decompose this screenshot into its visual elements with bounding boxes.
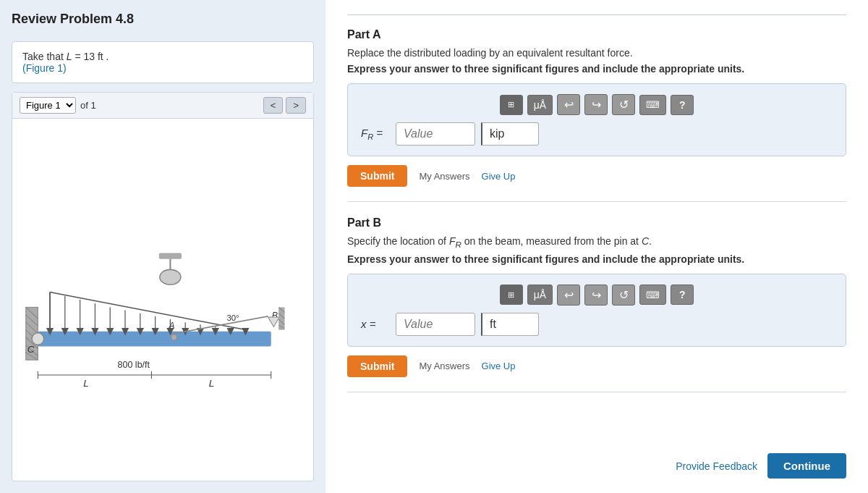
part-a-description: Replace the distributed loading by an eq…	[347, 47, 846, 59]
svg-text:C: C	[27, 344, 35, 355]
undo-button-a[interactable]: ↩	[557, 94, 580, 115]
refresh-button-a[interactable]: ↺	[612, 94, 635, 115]
part-b-eq-label: x =	[361, 318, 390, 330]
figure-of-label: of 1	[80, 100, 96, 111]
keyboard-button-b[interactable]: ⌨	[639, 285, 666, 305]
part-a-toolbar: ⊞ μÅ ↩ ↪ ↺ ⌨ ?	[361, 94, 833, 115]
figure-nav: Figure 1 of 1 < >	[12, 93, 313, 119]
part-a-answer-box: ⊞ μÅ ↩ ↪ ↺ ⌨ ? FR =	[347, 83, 846, 156]
svg-rect-0	[12, 194, 313, 405]
svg-text:A: A	[168, 321, 174, 331]
given-box: Take that L = 13 ft . (Figure 1)	[12, 41, 314, 83]
part-a-instruction: Express your answer to three significant…	[347, 63, 846, 75]
part-b-instruction: Express your answer to three significant…	[347, 253, 846, 265]
mu-button-a[interactable]: μÅ	[527, 95, 553, 115]
part-b-give-up[interactable]: Give Up	[482, 361, 516, 371]
figure-canvas: C	[12, 119, 313, 481]
bottom-bar: Provide Feedback Continue	[347, 439, 846, 479]
part-a-give-up[interactable]: Give Up	[482, 171, 516, 182]
redo-button-a[interactable]: ↪	[584, 94, 608, 115]
part-b-submit-row: Submit My Answers Give Up	[347, 355, 846, 377]
figure-link[interactable]: (Figure 1)	[22, 62, 67, 74]
svg-rect-48	[159, 253, 182, 259]
help-button-a[interactable]: ?	[671, 95, 694, 115]
part-b-value-input[interactable]	[396, 313, 475, 336]
svg-point-43	[171, 334, 176, 340]
part-b-heading: Part B	[347, 216, 846, 229]
feedback-link[interactable]: Provide Feedback	[676, 460, 757, 472]
part-a-eq-label: FR =	[361, 127, 390, 141]
part-b-submit-button[interactable]: Submit	[347, 355, 407, 377]
given-text: Take that L = 13 ft .	[22, 51, 109, 62]
part-b-input-row: x =	[361, 313, 833, 336]
diagram-svg: C	[12, 119, 313, 481]
part-b-description: Specify the location of FR on the beam, …	[347, 235, 846, 249]
grid-icon-button-a[interactable]: ⊞	[500, 95, 523, 115]
part-a-my-answers: My Answers	[419, 171, 469, 182]
nav-buttons: < >	[263, 97, 306, 114]
right-panel: Part A Replace the distributed loading b…	[326, 0, 868, 493]
part-b-unit-input[interactable]	[481, 313, 539, 336]
svg-text:800 lb/ft: 800 lb/ft	[118, 360, 150, 370]
mu-button-b[interactable]: μÅ	[527, 285, 553, 305]
figure-select-group: Figure 1 of 1	[20, 97, 96, 114]
continue-button[interactable]: Continue	[767, 453, 846, 479]
part-b-toolbar: ⊞ μÅ ↩ ↪ ↺ ⌨ ?	[361, 285, 833, 306]
problem-title: Review Problem 4.8	[12, 12, 314, 27]
part-a-input-row: FR =	[361, 122, 833, 146]
nav-prev-button[interactable]: <	[263, 97, 284, 114]
svg-text:30°: 30°	[226, 313, 239, 322]
part-a-section: Part A Replace the distributed loading b…	[347, 28, 846, 202]
undo-button-b[interactable]: ↩	[557, 285, 580, 306]
part-b-my-answers: My Answers	[419, 361, 469, 371]
left-panel: Review Problem 4.8 Take that L = 13 ft .…	[0, 0, 326, 493]
figure-container: Figure 1 of 1 < >	[12, 92, 314, 481]
figure-select[interactable]: Figure 1	[20, 97, 76, 114]
refresh-button-b[interactable]: ↺	[612, 285, 635, 306]
nav-next-button[interactable]: >	[286, 97, 306, 114]
part-a-submit-button[interactable]: Submit	[347, 165, 407, 187]
top-divider	[347, 14, 846, 15]
redo-button-b[interactable]: ↪	[584, 285, 608, 306]
part-b-section: Part B Specify the location of FR on the…	[347, 216, 846, 392]
svg-point-46	[160, 269, 181, 285]
part-a-heading: Part A	[347, 28, 846, 41]
part-b-answer-box: ⊞ μÅ ↩ ↪ ↺ ⌨ ? x =	[347, 274, 846, 347]
help-button-b[interactable]: ?	[671, 285, 694, 305]
keyboard-button-a[interactable]: ⌨	[639, 95, 666, 115]
svg-text:L: L	[209, 378, 215, 389]
svg-text:L: L	[83, 378, 89, 389]
grid-icon-button-b[interactable]: ⊞	[500, 285, 523, 305]
part-a-value-input[interactable]	[396, 122, 475, 146]
part-a-unit-input[interactable]	[481, 122, 539, 146]
part-a-submit-row: Submit My Answers Give Up	[347, 165, 846, 187]
